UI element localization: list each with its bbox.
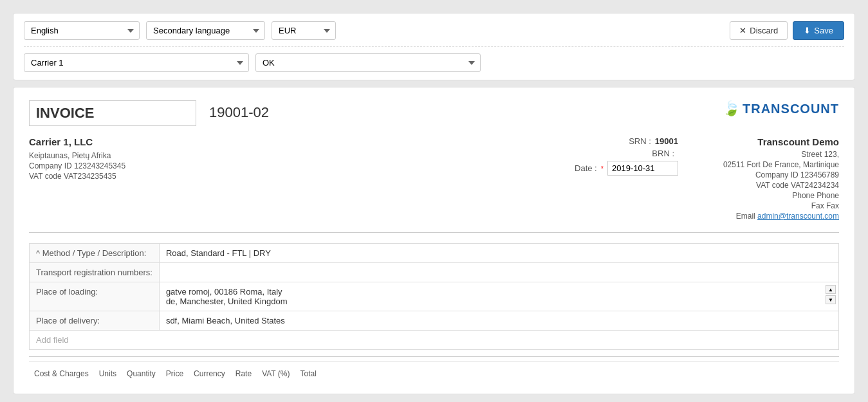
field-label: ^ Method / Type / Description: [30,244,160,263]
top-control-panel: English Secondary language EUR ✕ Discard… [13,13,855,80]
invoice-header: 19001-02 🍃 TRANSCOUNT [29,100,839,126]
brn-label: BRN : [652,149,674,158]
status-select[interactable]: OK [255,53,481,72]
company-info: Transcount Demo Street 123, 02511 Fort D… [697,136,839,222]
column-headers-line [29,356,839,357]
scroll-down-button[interactable]: ▼ [826,295,836,304]
save-icon: ⬇ [804,26,811,35]
srn-label: SRN : [629,136,651,146]
invoice-fields-table: ^ Method / Type / Description:Road, Stan… [29,243,839,350]
column-header: VAT (%) [257,367,295,381]
company-vat: VAT code VAT24234234 [697,181,839,190]
invoice-body: Carrier 1, LLC Keiptaunas, Pietų Afrika … [29,136,839,233]
column-header: Rate [230,367,257,381]
invoice-meta: SRN : 19001 BRN : Date : * [543,136,685,222]
logo-area: 🍃 TRANSCOUNT [723,100,839,117]
carrier-address: Keiptaunas, Pietų Afrika [29,151,530,160]
carrier-name: Carrier 1, LLC [29,136,530,147]
field-label: Place of delivery: [30,311,160,331]
invoice-title-input[interactable] [29,100,196,126]
discard-icon: ✕ [739,26,746,35]
carrier-select[interactable]: Carrier 1 [24,53,249,72]
discard-button[interactable]: ✕ Discard [730,21,788,40]
carrier-company-id: Company ID 123243245345 [29,161,530,170]
save-button[interactable]: ⬇ Save [793,21,844,40]
carrier-info: Carrier 1, LLC Keiptaunas, Pietų Afrika … [29,136,530,222]
invoice-panel: 19001-02 🍃 TRANSCOUNT Carrier 1, LLC Kei… [13,87,855,394]
company-fax: Fax Fax [697,201,839,210]
date-required-mark: * [601,165,604,172]
add-field-row: Add field [30,331,839,350]
add-field-cell[interactable]: Add field [30,331,839,350]
field-value: sdf, Miami Beach, United States [159,311,838,331]
company-city: 02511 Fort De France, Martinique [697,160,839,169]
company-email-label: Email [736,212,755,221]
invoice-number: 19001-02 [209,100,269,125]
currency-select[interactable]: EUR [272,21,336,40]
logo-text: TRANSCOUNT [743,102,839,116]
date-row: Date : * [543,161,678,176]
field-value: gatve romoj, 00186 Roma, Italyde, Manche… [159,282,838,311]
column-header: Units [94,367,122,381]
company-name: Transcount Demo [697,136,839,147]
field-label: Place of loading: [30,282,160,311]
field-label: Transport registration numbers: [30,263,160,282]
language-secondary-select[interactable]: Secondary language [146,21,265,40]
column-headers: Cost & ChargesUnitsQuantityPriceCurrency… [29,361,839,381]
discard-label: Discard [750,26,778,35]
company-street: Street 123, [697,150,839,159]
column-header: Total [295,367,321,381]
column-header: Quantity [122,367,161,381]
column-header: Cost & Charges [29,367,94,381]
save-label: Save [814,26,833,35]
add-field-placeholder: Add field [36,335,69,345]
srn-value: 19001 [655,136,678,146]
column-header: Price [161,367,189,381]
invoice-field-row: ^ Method / Type / Description:Road, Stan… [30,244,839,263]
invoice-field-row: Place of loading:gatve romoj, 00186 Roma… [30,282,839,311]
invoice-field-row: Place of delivery:sdf, Miami Beach, Unit… [30,311,839,331]
company-id: Company ID 123456789 [697,170,839,179]
company-email-row: Email admin@transcount.com [697,212,839,221]
carrier-vat: VAT code VAT234235435 [29,172,530,181]
toolbar-second-row: Carrier 1 OK [24,53,844,72]
language-primary-select[interactable]: English [24,21,140,40]
field-value: Road, Standard - FTL | DRY [159,244,838,263]
field-value [159,263,838,282]
toolbar-actions: ✕ Discard ⬇ Save [730,21,844,40]
toolbar-row: English Secondary language EUR ✕ Discard… [24,21,844,40]
srn-row: SRN : 19001 [543,136,678,146]
scroll-up-button[interactable]: ▲ [826,285,836,294]
invoice-field-row: Transport registration numbers: [30,263,839,282]
company-phone: Phone Phone [697,191,839,200]
date-input[interactable] [607,161,678,176]
logo-icon: 🍃 [723,100,740,117]
column-header: Currency [189,367,230,381]
brn-row: BRN : [543,149,678,158]
toolbar-divider [24,46,844,47]
date-label: Date : [575,163,597,173]
company-email-link[interactable]: admin@transcount.com [757,212,839,221]
